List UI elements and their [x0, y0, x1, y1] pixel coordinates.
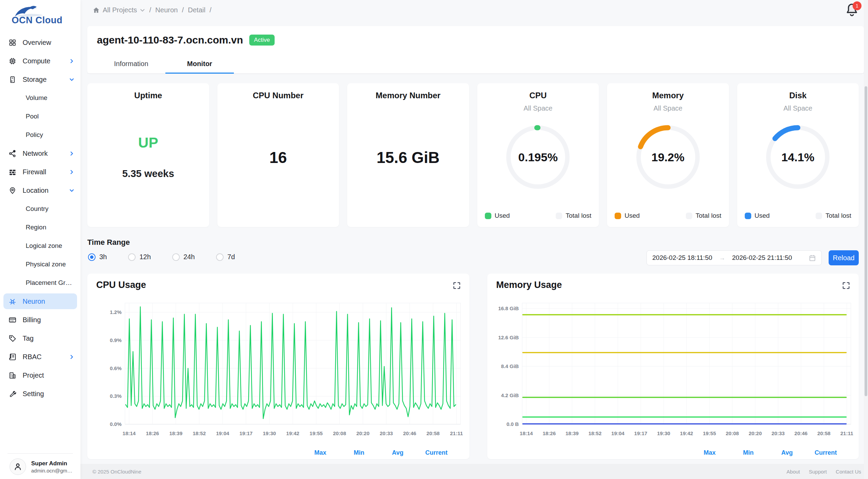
brand-logo[interactable]: OCN Cloud	[0, 0, 80, 31]
stat-header-avg[interactable]: Avg	[378, 449, 417, 456]
sidebar-item-label: Location	[23, 187, 49, 194]
stat-header-avg[interactable]: Avg	[768, 449, 806, 456]
tab-monitor[interactable]: Monitor	[165, 55, 234, 73]
user-menu[interactable]: Super Admin admin.ocn@gm…	[0, 458, 80, 475]
sidebar-item-logical-zone[interactable]: Logical zone	[0, 237, 80, 255]
user-name: Super Admin	[31, 460, 72, 467]
building-icon	[9, 371, 17, 379]
radio-24h[interactable]: 24h	[172, 253, 195, 261]
tag-icon	[9, 334, 17, 342]
svg-text:18:14: 18:14	[123, 430, 136, 436]
fullscreen-icon[interactable]	[452, 281, 461, 290]
breadcrumb-item-detail[interactable]: Detail	[188, 6, 205, 14]
legend-total-lost[interactable]: Total lost	[816, 212, 851, 219]
chart-title: CPU Usage	[96, 280, 146, 290]
used-swatch	[745, 213, 751, 219]
notification-bell-button[interactable]: 1	[845, 2, 860, 20]
sidebar-item-storage[interactable]: Storage	[0, 70, 80, 89]
sidebar-item-volume[interactable]: Volume	[0, 89, 80, 107]
sidebar-item-policy[interactable]: Policy	[0, 126, 80, 144]
svg-text:20:08: 20:08	[726, 430, 739, 436]
radio-3h[interactable]: 3h	[88, 253, 107, 261]
stat-header-max[interactable]: Max	[690, 449, 729, 456]
legend-total-lost[interactable]: Total lost	[556, 212, 591, 219]
tab-information[interactable]: Information	[97, 55, 165, 73]
sidebar-item-label: Project	[23, 371, 44, 379]
memory-usage-plot[interactable]: 18:1418:2618:3918:5219:0419:1719:3019:42…	[491, 293, 856, 443]
cpu-gauge: 0.195%	[499, 118, 577, 197]
svg-text:18:52: 18:52	[193, 430, 206, 436]
sidebar-item-setting[interactable]: Setting	[0, 385, 80, 403]
sidebar-item-firewall[interactable]: Firewall	[0, 163, 80, 181]
footer-link-about[interactable]: About	[787, 469, 800, 475]
legend-used[interactable]: Used	[615, 212, 640, 219]
sidebar-item-pool[interactable]: Pool	[0, 107, 80, 126]
sidebar-item-tag[interactable]: Tag	[0, 329, 80, 348]
gauge-legend: Used Total lost	[485, 212, 592, 219]
cpu-usage-plot[interactable]: 18:1418:2618:3918:5219:0419:1719:3019:42…	[91, 293, 466, 443]
stat-header-current[interactable]: Current	[806, 449, 845, 456]
chevron-right-icon	[69, 151, 74, 156]
avatar	[10, 458, 26, 475]
stat-header-min[interactable]: Min	[340, 449, 378, 456]
gauge-legend: Used Total lost	[745, 212, 852, 219]
sidebar-item-compute[interactable]: Compute	[0, 52, 80, 70]
radio-7d[interactable]: 7d	[216, 253, 235, 261]
user-email: admin.ocn@gm…	[31, 467, 72, 474]
sidebar-item-overview[interactable]: Overview	[0, 33, 80, 52]
footer-link-contact[interactable]: Contact Us	[836, 469, 861, 475]
breadcrumb-item-neuron[interactable]: Neuron	[155, 6, 178, 14]
svg-text:4.2 GiB: 4.2 GiB	[501, 392, 519, 398]
memory-usage-chart-card: Memory Usage 18:1418:2618:3918:5219:0419…	[487, 274, 859, 459]
sidebar-item-region[interactable]: Region	[0, 218, 80, 237]
card-subtitle: All Space	[477, 104, 599, 112]
brand-name: OCN Cloud	[12, 15, 62, 26]
date-range-row: 2026-02-25 18:11:50 → 2026-02-25 21:11:5…	[646, 250, 859, 265]
legend-used[interactable]: Used	[485, 212, 510, 219]
chevron-right-icon	[69, 59, 74, 64]
sidebar-item-project[interactable]: Project	[0, 366, 80, 385]
svg-text:12.6 GiB: 12.6 GiB	[498, 335, 519, 340]
sidebar-item-placement-group[interactable]: Placement Gr…	[0, 274, 80, 292]
svg-text:18:14: 18:14	[520, 430, 533, 436]
sidebar-item-neuron[interactable]: Neuron	[3, 293, 77, 309]
chart-stats-headers: Max Min Avg Current	[690, 449, 845, 456]
svg-text:19:55: 19:55	[703, 430, 716, 436]
memory-gauge-value: 19.2%	[629, 118, 707, 197]
svg-text:0.6%: 0.6%	[110, 365, 122, 371]
radio-12h[interactable]: 12h	[128, 253, 151, 261]
svg-text:20:08: 20:08	[333, 430, 346, 436]
legend-used[interactable]: Used	[745, 212, 770, 219]
used-swatch	[615, 213, 621, 219]
stat-header-current[interactable]: Current	[417, 449, 456, 456]
sidebar-item-label: Neuron	[23, 298, 45, 305]
used-swatch	[485, 213, 491, 219]
legend-total-lost[interactable]: Total lost	[686, 212, 721, 219]
credit-card-icon	[9, 316, 17, 324]
firewall-icon	[9, 168, 17, 176]
svg-text:1.2%: 1.2%	[110, 309, 122, 315]
reload-button[interactable]: Reload	[829, 250, 859, 265]
gauge-legend: Used Total lost	[615, 212, 721, 219]
svg-text:18:52: 18:52	[588, 430, 601, 436]
date-range-input[interactable]: 2026-02-25 18:11:50 → 2026-02-25 21:11:5…	[646, 250, 822, 265]
range-start: 2026-02-25 18:11:50	[652, 254, 712, 262]
sidebar-item-rbac[interactable]: RBAC	[0, 348, 80, 366]
stat-header-min[interactable]: Min	[729, 449, 768, 456]
sidebar-item-physical-zone[interactable]: Physical zone	[0, 255, 80, 274]
sidebar-item-country[interactable]: Country	[0, 200, 80, 218]
sidebar-item-label: Compute	[23, 57, 50, 65]
stat-header-max[interactable]: Max	[301, 449, 340, 456]
sidebar-item-billing[interactable]: Billing	[0, 311, 80, 329]
sidebar-item-network[interactable]: Network	[0, 144, 80, 163]
svg-text:19:04: 19:04	[611, 430, 625, 436]
sidebar-item-location[interactable]: Location	[0, 181, 80, 200]
footer-link-support[interactable]: Support	[809, 469, 827, 475]
breadcrumb-home[interactable]: All Projects	[92, 6, 145, 14]
calendar-icon	[809, 254, 816, 262]
fullscreen-icon[interactable]	[842, 281, 851, 290]
uptime-duration: 5.35 weeks	[87, 168, 209, 179]
scrollbar-thumb[interactable]	[865, 86, 867, 396]
cpu-gauge-card: CPU All Space 0.195% Used Total lost	[477, 83, 599, 227]
time-range-options: 3h 12h 24h 7d	[88, 253, 235, 261]
